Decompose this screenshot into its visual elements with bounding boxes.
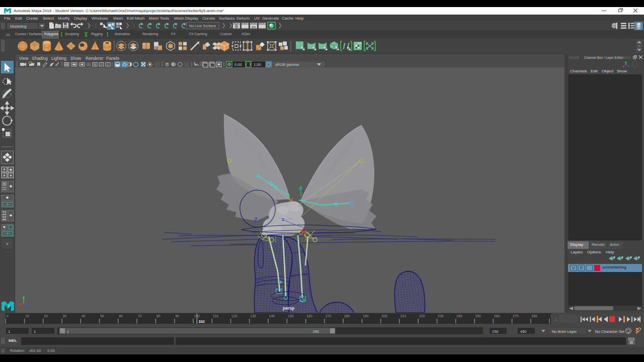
svg-text:200: 200 [381,314,387,318]
svg-text:150: 150 [288,314,294,318]
svg-text:No Anim Layer: No Anim Layer [552,329,577,334]
svg-text:260: 260 [494,314,500,318]
svg-text:250: 250 [475,314,481,318]
svg-text:270: 270 [513,314,519,318]
svg-text:290: 290 [492,329,499,334]
svg-text:160: 160 [306,314,312,318]
svg-text:Y: Y [316,191,319,196]
svg-text:No Character Set: No Character Set [595,329,625,334]
svg-text:280: 280 [531,314,537,318]
svg-text:70: 70 [138,314,142,318]
svg-text:102: 102 [198,319,205,324]
svg-text:240: 240 [456,314,462,318]
svg-text:sRGB gamma: sRGB gamma [275,62,299,67]
svg-text:170: 170 [325,314,331,318]
svg-text:Z: Z [254,217,258,223]
svg-text:Z: Z [301,187,304,193]
svg-text:230: 230 [438,314,444,318]
svg-text:450: 450 [520,329,527,334]
svg-text:10: 10 [25,314,29,318]
svg-text:1.00: 1.00 [254,62,261,67]
svg-text:140: 140 [269,314,275,318]
svg-text:0: 0 [7,314,9,318]
svg-text:40: 40 [82,314,86,318]
svg-text:1: 1 [8,329,10,334]
svg-text:130: 130 [250,314,256,318]
svg-text:20: 20 [44,314,48,318]
svg-text:persp: persp [283,306,294,311]
svg-text:IPR: IPR [252,26,256,29]
svg-text:120: 120 [231,314,237,318]
svg-text:30: 30 [63,314,67,318]
svg-text:1: 1 [555,317,557,322]
svg-text:110: 110 [213,314,218,318]
svg-text:220: 220 [419,314,425,318]
svg-text:No Live Surface: No Live Surface [189,24,216,28]
svg-text:80: 80 [156,314,160,318]
svg-text:1: 1 [34,329,36,334]
svg-text:90: 90 [175,314,179,318]
svg-text:Y: Y [298,204,301,208]
svg-text:T: T [107,63,109,66]
svg-text:0.00: 0.00 [234,62,242,67]
svg-text:190: 190 [363,314,369,318]
svg-text:180: 180 [344,314,350,318]
svg-text:210: 210 [400,314,406,318]
svg-text:60: 60 [119,314,123,318]
svg-text:1: 1 [67,329,69,334]
svg-text:z: z [282,217,284,222]
svg-text:50: 50 [100,314,104,318]
svg-text:290: 290 [312,329,319,334]
